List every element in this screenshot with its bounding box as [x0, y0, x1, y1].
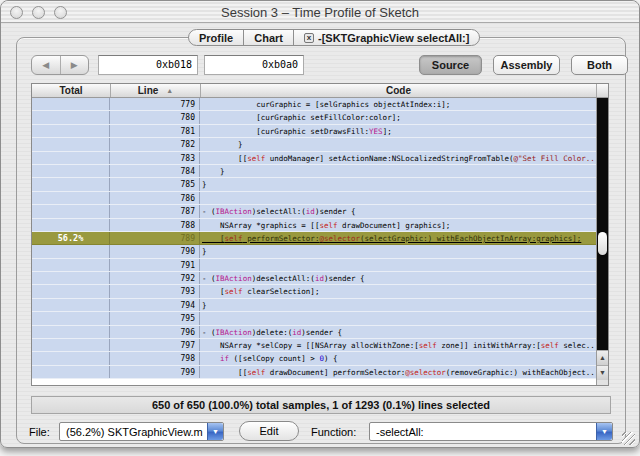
- table-row[interactable]: 798 if ([selCopy count] > 0) {: [32, 352, 596, 365]
- function-popup[interactable]: -selectAll: ▼: [369, 422, 613, 441]
- table-row[interactable]: 785}: [32, 178, 596, 191]
- code-cell: [200, 312, 596, 324]
- table-row[interactable]: 796- (IBAction)delete:(id)sender {: [32, 326, 596, 339]
- both-view-button[interactable]: Both: [571, 55, 628, 75]
- line-number-cell: 798: [110, 352, 200, 364]
- total-percent-cell: [32, 339, 110, 351]
- table-row[interactable]: 792- (IBAction)deselectAll:(id)sender {: [32, 272, 596, 285]
- table-row[interactable]: 793 [self clearSelection];: [32, 285, 596, 298]
- source-view-button[interactable]: Source: [419, 55, 482, 75]
- column-header-total[interactable]: Total: [32, 84, 110, 97]
- function-popup-value: -selectAll:: [376, 426, 424, 438]
- tab-chart[interactable]: Chart: [243, 30, 293, 45]
- table-header: Total Line▲ Code: [32, 84, 608, 98]
- assembly-view-button[interactable]: Assembly: [493, 55, 560, 75]
- address-field-1[interactable]: 0xb018: [98, 55, 198, 75]
- total-percent-cell: [32, 111, 110, 123]
- screen: Session 3 – Time Profile of Sketch Profi…: [0, 0, 640, 456]
- code-cell: [200, 259, 596, 271]
- code-cell: }: [200, 138, 596, 150]
- back-button[interactable]: ◀: [32, 56, 60, 74]
- code-table: Total Line▲ Code 779 curGraphic = [selGr…: [31, 83, 609, 386]
- code-cell: [self clearSelection];: [200, 285, 596, 297]
- column-header-code[interactable]: Code: [200, 84, 596, 97]
- table-row[interactable]: 780 [curGraphic setFillColor:color];: [32, 111, 596, 124]
- code-cell: [[self undoManager] setActionName:NSLoca…: [200, 152, 596, 164]
- code-cell: NSArray *graphics = [[self drawDocument]…: [200, 219, 596, 231]
- tab-profile[interactable]: Profile: [189, 30, 243, 45]
- table-row[interactable]: 797 NSArray *selCopy = [[NSArray allocWi…: [32, 339, 596, 352]
- code-cell: }: [200, 165, 596, 177]
- scroll-down-button[interactable]: ▼: [597, 365, 608, 380]
- code-cell: if ([selCopy count] > 0) {: [200, 352, 596, 364]
- function-label: Function:: [311, 426, 356, 438]
- line-number-cell: 796: [110, 326, 200, 338]
- column-header-line[interactable]: Line▲: [110, 84, 200, 97]
- code-table-body-rows: 779 curGraphic = [selGraphics objectAtIn…: [32, 98, 596, 385]
- code-cell: NSArray *selCopy = [[NSArray allocWithZo…: [200, 339, 596, 351]
- scrollbar-thumb[interactable]: [598, 232, 607, 255]
- table-row[interactable]: 787- (IBAction)selectAll:(id)sender {: [32, 205, 596, 218]
- total-percent-cell: [32, 192, 110, 204]
- table-row[interactable]: 782 }: [32, 138, 596, 151]
- table-row[interactable]: 783 [[self undoManager] setActionName:NS…: [32, 152, 596, 165]
- table-row[interactable]: 794}: [32, 299, 596, 312]
- total-percent-cell: [32, 312, 110, 324]
- total-percent-cell: [32, 245, 110, 257]
- table-row[interactable]: 781 [curGraphic setDrawsFill:YES];: [32, 125, 596, 138]
- table-row[interactable]: 799 [[self drawDocument] performSelector…: [32, 366, 596, 379]
- table-row[interactable]: 786: [32, 192, 596, 205]
- line-number-cell: 793: [110, 285, 200, 297]
- total-percent-cell: [32, 299, 110, 311]
- line-number-cell: 785: [110, 178, 200, 190]
- total-percent-cell: [32, 285, 110, 297]
- table-row[interactable]: 779 curGraphic = [selGraphics objectAtIn…: [32, 98, 596, 111]
- table-row[interactable]: 790}: [32, 245, 596, 258]
- total-percent-cell: [32, 352, 110, 364]
- code-cell: [curGraphic setFillColor:color];: [200, 111, 596, 123]
- line-number-cell: 779: [110, 98, 200, 110]
- total-percent-cell: [32, 205, 110, 217]
- line-number-cell: 788: [110, 219, 200, 231]
- vertical-scrollbar[interactable]: ▲ ▼: [596, 98, 608, 385]
- file-label: File:: [29, 426, 50, 438]
- title-bar[interactable]: Session 3 – Time Profile of Sketch: [1, 1, 639, 23]
- table-row[interactable]: 795: [32, 312, 596, 325]
- line-number-cell: 786: [110, 192, 200, 204]
- address-field-2[interactable]: 0xb0a0: [204, 55, 304, 75]
- resize-grip[interactable]: [622, 432, 635, 445]
- table-row[interactable]: 788 NSArray *graphics = [[self drawDocum…: [32, 219, 596, 232]
- total-percent-cell: [32, 366, 110, 378]
- total-percent-cell: [32, 326, 110, 338]
- line-number-cell: 784: [110, 165, 200, 177]
- line-number-cell: 799: [110, 366, 200, 378]
- table-row[interactable]: 784 }: [32, 165, 596, 178]
- code-cell: }: [200, 299, 596, 311]
- scroll-up-button[interactable]: ▲: [597, 350, 608, 365]
- code-cell: }: [200, 178, 596, 190]
- popup-arrow-icon[interactable]: ▼: [207, 423, 223, 440]
- total-percent-cell: [32, 125, 110, 137]
- scroll-up-icon: ▲: [599, 354, 606, 361]
- table-row-selected[interactable]: 56.2%789 [self performSelector:@selector…: [32, 232, 596, 245]
- tab-close-icon[interactable]: x: [304, 33, 314, 43]
- scrollbar-track[interactable]: [597, 98, 608, 350]
- total-percent-cell: [32, 178, 110, 190]
- popup-arrow-icon[interactable]: ▼: [596, 423, 612, 440]
- code-cell: - (IBAction)delete:(id)sender {: [200, 326, 596, 338]
- forward-button[interactable]: ▶: [60, 56, 89, 74]
- total-percent-cell: [32, 152, 110, 164]
- line-number-cell: 792: [110, 272, 200, 284]
- line-number-cell: 790: [110, 245, 200, 257]
- line-number-cell: 783: [110, 152, 200, 164]
- forward-arrow-icon: ▶: [71, 60, 78, 70]
- history-nav-control: ◀ ▶: [31, 55, 89, 75]
- file-popup[interactable]: (56.2%) SKTGraphicView.m ▼: [59, 422, 224, 441]
- sort-ascending-icon: ▲: [166, 87, 173, 94]
- tab-browser-selected[interactable]: x -[SKTGraphicView selectAll:]: [293, 30, 479, 45]
- total-percent-cell: [32, 272, 110, 284]
- table-row[interactable]: 791: [32, 259, 596, 272]
- status-bar: 650 of 650 (100.0%) total samples, 1 of …: [31, 396, 611, 414]
- back-arrow-icon: ◀: [42, 60, 49, 70]
- edit-button[interactable]: Edit: [239, 421, 299, 441]
